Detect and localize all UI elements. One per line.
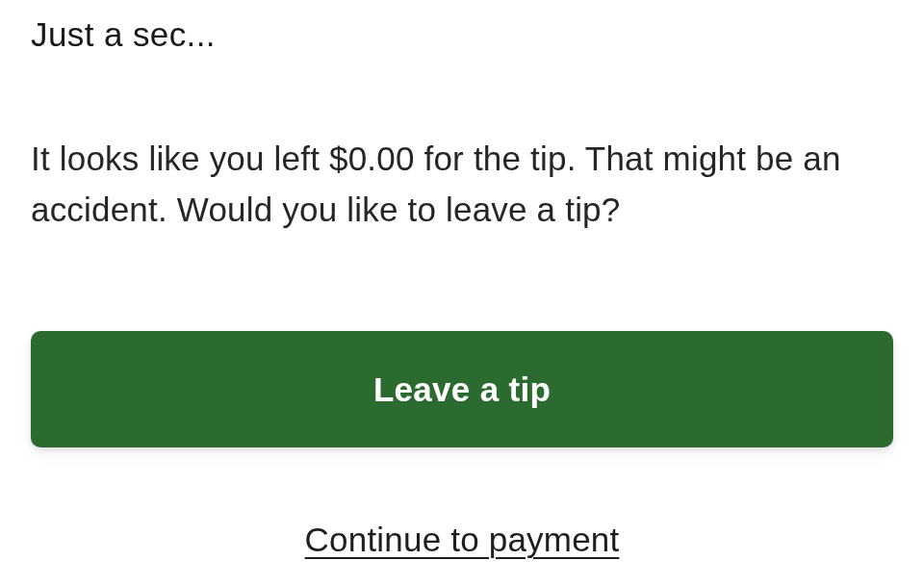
dialog-title: Just a sec... bbox=[31, 15, 893, 54]
leave-tip-button[interactable]: Leave a tip bbox=[31, 331, 893, 447]
secondary-action-row: Continue to payment bbox=[31, 447, 893, 559]
dialog-message: It looks like you left $0.00 for the tip… bbox=[31, 133, 893, 235]
tip-prompt-dialog: Just a sec... It looks like you left $0.… bbox=[0, 0, 924, 586]
continue-to-payment-link[interactable]: Continue to payment bbox=[305, 521, 620, 559]
